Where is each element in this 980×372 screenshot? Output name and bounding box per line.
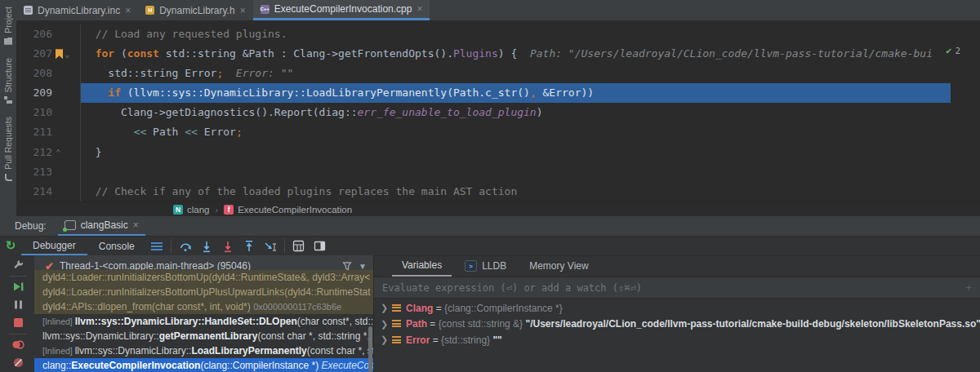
stack-frame[interactable]: dyld4::Loader::runInitializersBottomUpPl… bbox=[34, 285, 373, 299]
fold-up-icon[interactable] bbox=[56, 143, 61, 162]
force-step-into-button[interactable] bbox=[217, 237, 238, 255]
fold-down-icon[interactable] bbox=[65, 44, 70, 64]
left-toolwindow-strip: Project Structure Pull Requests bbox=[0, 0, 17, 216]
code-line[interactable]: 214 // Check if any of the loaded plugin… bbox=[16, 182, 980, 202]
chevron-down-icon[interactable]: ▼ bbox=[359, 262, 367, 271]
restore-layout-button[interactable] bbox=[310, 237, 331, 255]
tab-console[interactable]: Console bbox=[87, 237, 146, 255]
line-number: 214 bbox=[16, 182, 52, 202]
structure-icon bbox=[4, 96, 12, 104]
frame-text: clang:: bbox=[42, 360, 71, 371]
code-editor[interactable]: 206 // Load any requested plugins.207 fo… bbox=[16, 20, 980, 206]
frame-function: ExecuteCompilerInvocation bbox=[71, 360, 200, 371]
breadcrumb: N clang › f ExecuteCompilerInvocation bbox=[16, 202, 980, 217]
code-line[interactable]: 210 Clang->getDiagnostics().Report(diag:… bbox=[16, 103, 980, 122]
mute-breakpoints-button[interactable] bbox=[7, 354, 29, 372]
evaluate-expression-button[interactable] bbox=[288, 237, 310, 255]
step-into-button[interactable] bbox=[196, 237, 217, 255]
pause-button[interactable] bbox=[7, 296, 29, 314]
tab-variables[interactable]: Variables bbox=[392, 255, 452, 277]
variable-text: Error = {std::string} "" bbox=[406, 334, 502, 346]
inlined-label: [Inlined] bbox=[42, 346, 75, 356]
variable-value: "" bbox=[492, 334, 501, 346]
breadcrumb-function[interactable]: ExecuteCompilerInvocation bbox=[238, 205, 352, 215]
close-icon[interactable]: × bbox=[125, 6, 131, 16]
code-segment: , bbox=[530, 86, 537, 99]
equals-sign: = bbox=[433, 303, 444, 314]
structure-label: Structure bbox=[3, 58, 13, 93]
frame-text: llvm::sys::DynamicLibrary:: bbox=[75, 345, 192, 356]
step-into-icon bbox=[200, 240, 213, 253]
pull-requests-label: Pull Requests bbox=[3, 117, 13, 170]
rerun-button[interactable]: ↻ bbox=[0, 237, 21, 255]
code-segment: (llvm::sys::DynamicLibrary::LoadLibraryP… bbox=[121, 86, 530, 99]
variables-tab-label: Variables bbox=[402, 259, 442, 271]
breadcrumb-namespace[interactable]: clang bbox=[187, 205, 210, 215]
code-line[interactable]: 211 << Path << Error; bbox=[16, 122, 980, 142]
gutter: 207 bbox=[16, 44, 81, 64]
stack-frame[interactable]: clang::ExecuteCompilerInvocation(clang::… bbox=[34, 358, 373, 372]
expand-chevron-icon[interactable]: ❯ bbox=[381, 303, 387, 313]
close-icon[interactable]: × bbox=[240, 6, 246, 16]
code-line[interactable]: 213 bbox=[16, 162, 980, 182]
plus-icon[interactable]: + bbox=[965, 281, 972, 294]
scrollbar-thumb[interactable] bbox=[368, 326, 372, 372]
gutter-icons bbox=[52, 44, 80, 64]
evaluate-expression-input[interactable]: Evaluate expression (⏎) or add a watch (… bbox=[374, 277, 980, 299]
sidebar-item-pull-requests[interactable]: Pull Requests bbox=[3, 110, 13, 188]
resume-button[interactable] bbox=[7, 278, 29, 296]
run-to-cursor-icon bbox=[264, 240, 277, 253]
stack-frame[interactable]: llvm::sys::DynamicLibrary::getPermanentL… bbox=[34, 329, 373, 343]
tab-lldb[interactable]: > LLDB bbox=[455, 255, 516, 277]
stack-frame[interactable]: dyld4::Loader::runInitializersBottomUp(d… bbox=[34, 270, 373, 285]
variable-row[interactable]: ❯Error = {std::string} "" bbox=[374, 332, 980, 348]
expand-chevron-icon[interactable]: ❯ bbox=[381, 334, 387, 345]
debugger-tab-label: Debugger bbox=[33, 240, 76, 251]
sidebar-item-project[interactable]: Project bbox=[3, 0, 13, 51]
code-segment: for bbox=[96, 47, 114, 60]
code-text bbox=[81, 162, 980, 182]
code-line[interactable]: 212 } bbox=[16, 143, 980, 162]
stack-frame[interactable]: [Inlined] llvm::sys::DynamicLibrary::Han… bbox=[34, 314, 373, 329]
layout-options-button[interactable] bbox=[146, 237, 167, 255]
code-line[interactable]: 209 if (llvm::sys::DynamicLibrary::LoadL… bbox=[16, 83, 980, 103]
evaluate-icon bbox=[292, 240, 305, 252]
code-segment bbox=[82, 126, 134, 138]
gutter: 213 bbox=[16, 162, 81, 182]
close-icon[interactable]: × bbox=[416, 4, 422, 14]
run-to-cursor-button[interactable] bbox=[260, 237, 281, 255]
lldb-console-icon: > bbox=[465, 260, 477, 272]
step-out-button[interactable] bbox=[238, 237, 260, 255]
tab-memory-view[interactable]: Memory View bbox=[519, 255, 598, 277]
code-line[interactable]: 206 // Load any requested plugins. bbox=[16, 24, 980, 44]
gutter-icons bbox=[52, 103, 80, 122]
tab-clangbasic-session[interactable]: clangBasic × bbox=[58, 216, 145, 236]
bookmark-icon[interactable] bbox=[56, 49, 63, 59]
code-segment: // Check if any of the loaded plugins re… bbox=[82, 185, 517, 197]
inspections-widget[interactable]: ✔ 2 bbox=[946, 45, 960, 56]
view-breakpoints-button[interactable] bbox=[7, 336, 29, 354]
debugger-settings-button[interactable] bbox=[7, 255, 29, 274]
resume-icon bbox=[12, 281, 24, 293]
variable-type: {const std::string &} bbox=[439, 318, 526, 330]
code-line[interactable]: 207 for (const std::string &Path : Clang… bbox=[16, 44, 980, 64]
tab-dynamiclibrary-h[interactable]: H DynamicLibrary.h × bbox=[138, 0, 253, 20]
variable-row[interactable]: ❯Path = {const std::string &} "/Users/le… bbox=[374, 317, 980, 333]
gutter: 211 bbox=[16, 122, 81, 142]
variable-row[interactable]: ❯Clang = {clang::CompilerInstance *} bbox=[374, 300, 980, 317]
code-line[interactable]: 208 std::string Error; Error: "" bbox=[16, 64, 980, 83]
tab-debugger[interactable]: Debugger bbox=[21, 237, 87, 255]
tab-executecompilerinvocation-cpp[interactable]: C++ ExecuteCompilerInvocation.cpp × bbox=[253, 0, 430, 20]
function-badge-icon: f bbox=[224, 205, 234, 215]
sidebar-item-structure[interactable]: Structure bbox=[3, 51, 13, 111]
project-label: Project bbox=[3, 7, 13, 33]
step-over-button[interactable] bbox=[175, 237, 196, 255]
equals-sign: = bbox=[427, 318, 439, 330]
expand-chevron-icon[interactable]: ❯ bbox=[381, 319, 387, 330]
code-text: if (llvm::sys::DynamicLibrary::LoadLibra… bbox=[81, 83, 951, 103]
tab-dynamiclibrary-inc[interactable]: DynamicLibrary.inc × bbox=[16, 0, 138, 20]
stop-button[interactable] bbox=[7, 314, 29, 332]
stack-frame[interactable]: [Inlined] llvm::sys::DynamicLibrary::Loa… bbox=[34, 343, 373, 358]
close-icon[interactable]: × bbox=[133, 219, 139, 231]
stack-frame[interactable]: dyld4::APIs::dlopen_from(char const*, in… bbox=[34, 299, 373, 314]
